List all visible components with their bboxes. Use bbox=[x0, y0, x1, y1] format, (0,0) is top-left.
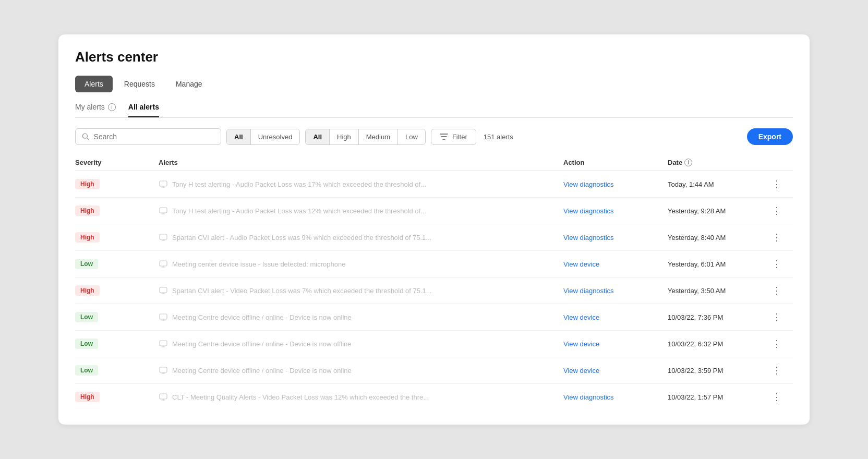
severity-cell: Low bbox=[75, 339, 159, 349]
alert-device-icon bbox=[159, 259, 168, 269]
svg-rect-23 bbox=[160, 341, 167, 346]
subtab-my-alerts[interactable]: My alerts i bbox=[75, 103, 116, 117]
filter-medium[interactable]: Medium bbox=[359, 129, 398, 144]
svg-rect-14 bbox=[160, 261, 167, 266]
tab-requests[interactable]: Requests bbox=[115, 76, 164, 92]
filter-icon bbox=[440, 133, 448, 140]
action-link[interactable]: View diagnostics bbox=[563, 234, 614, 241]
page-title: Alerts center bbox=[75, 49, 793, 65]
svg-rect-8 bbox=[160, 208, 167, 213]
subtab-all-alerts[interactable]: All alerts bbox=[128, 103, 159, 117]
export-button[interactable]: Export bbox=[747, 128, 793, 145]
more-options-cell: ⋮ bbox=[772, 311, 793, 323]
action-cell: View device bbox=[563, 312, 668, 322]
table-row: High CLT - Meeting Quality Alerts - Vide… bbox=[75, 384, 793, 410]
more-options-button[interactable]: ⋮ bbox=[772, 311, 781, 323]
severity-badge: High bbox=[75, 232, 100, 243]
table-row: High Tony H test alerting - Audio Packet… bbox=[75, 198, 793, 224]
more-options-button[interactable]: ⋮ bbox=[772, 178, 781, 190]
action-cell: View device bbox=[563, 259, 668, 269]
more-options-button[interactable]: ⋮ bbox=[772, 365, 781, 376]
action-cell: View diagnostics bbox=[563, 286, 668, 295]
filter-unresolved[interactable]: Unresolved bbox=[251, 129, 300, 144]
date-cell: 10/03/22, 7:36 PM bbox=[668, 313, 772, 321]
more-options-button[interactable]: ⋮ bbox=[772, 232, 781, 243]
date-cell: 10/03/22, 6:32 PM bbox=[668, 340, 772, 348]
table-header: Severity Alerts Action Date i bbox=[75, 154, 793, 171]
col-severity: Severity bbox=[75, 159, 159, 166]
status-filter-group: All Unresolved bbox=[226, 129, 300, 145]
table-row: Low Meeting Centre device offline / onli… bbox=[75, 331, 793, 357]
col-options bbox=[772, 159, 793, 166]
more-options-cell: ⋮ bbox=[772, 178, 793, 190]
alerts-center-card: Alerts center Alerts Requests Manage My … bbox=[58, 34, 810, 425]
filter-low[interactable]: Low bbox=[398, 129, 425, 144]
alert-device-icon bbox=[159, 392, 168, 402]
col-alerts: Alerts bbox=[159, 159, 563, 166]
alert-device-icon bbox=[159, 312, 168, 322]
more-options-cell: ⋮ bbox=[772, 365, 793, 376]
action-link[interactable]: View device bbox=[563, 313, 599, 321]
table-row: High Tony H test alerting - Audio Packet… bbox=[75, 171, 793, 198]
table-row: High Spartan CVI alert - Audio Packet Lo… bbox=[75, 224, 793, 251]
severity-badge: Low bbox=[75, 339, 98, 349]
severity-cell: Low bbox=[75, 259, 159, 269]
severity-badge: Low bbox=[75, 312, 98, 322]
alert-text-cell: Meeting center device issue - Issue dete… bbox=[159, 259, 563, 269]
action-cell: View device bbox=[563, 366, 668, 375]
table-row: Low Meeting Centre device offline / onli… bbox=[75, 304, 793, 331]
severity-badge: High bbox=[75, 285, 100, 296]
severity-badge: Low bbox=[75, 259, 98, 269]
action-cell: View diagnostics bbox=[563, 392, 668, 402]
action-link[interactable]: View diagnostics bbox=[563, 207, 614, 215]
alert-device-icon bbox=[159, 179, 168, 189]
more-options-button[interactable]: ⋮ bbox=[772, 338, 781, 349]
search-icon bbox=[82, 132, 90, 141]
table-body: High Tony H test alerting - Audio Packet… bbox=[75, 171, 793, 410]
filter-advanced-btn[interactable]: Filter bbox=[431, 129, 476, 145]
action-link[interactable]: View diagnostics bbox=[563, 180, 614, 188]
action-link[interactable]: View device bbox=[563, 340, 599, 348]
sub-tabs: My alerts i All alerts bbox=[75, 103, 793, 118]
more-options-button[interactable]: ⋮ bbox=[772, 205, 781, 216]
severity-cell: High bbox=[75, 232, 159, 243]
filter-high[interactable]: High bbox=[330, 129, 359, 144]
date-cell: Today, 1:44 AM bbox=[668, 180, 772, 188]
svg-rect-17 bbox=[160, 287, 167, 293]
filter-label: Filter bbox=[452, 133, 467, 141]
col-action: Action bbox=[563, 159, 668, 166]
date-info-icon: i bbox=[684, 159, 692, 166]
action-cell: View diagnostics bbox=[563, 179, 668, 189]
severity-cell: Low bbox=[75, 312, 159, 322]
action-link[interactable]: View device bbox=[563, 367, 599, 375]
more-options-button[interactable]: ⋮ bbox=[772, 391, 781, 403]
severity-cell: High bbox=[75, 285, 159, 296]
severity-badge: High bbox=[75, 179, 100, 189]
filter-all-status[interactable]: All bbox=[227, 129, 251, 144]
alert-text-cell: Tony H test alerting - Audio Packet Loss… bbox=[159, 206, 563, 215]
alert-device-icon bbox=[159, 233, 168, 242]
svg-rect-29 bbox=[160, 394, 167, 399]
tab-manage[interactable]: Manage bbox=[166, 76, 212, 92]
date-cell: Yesterday, 3:50 AM bbox=[668, 287, 772, 295]
more-options-cell: ⋮ bbox=[772, 232, 793, 243]
action-cell: View device bbox=[563, 339, 668, 348]
table-row: Low Meeting center device issue - Issue … bbox=[75, 251, 793, 277]
more-options-cell: ⋮ bbox=[772, 391, 793, 403]
alerts-count: 151 alerts bbox=[484, 133, 513, 141]
alert-text-cell: Spartan CVI alert - Video Packet Loss wa… bbox=[159, 286, 563, 295]
action-link[interactable]: View diagnostics bbox=[563, 287, 614, 295]
more-options-button[interactable]: ⋮ bbox=[772, 285, 781, 296]
severity-cell: High bbox=[75, 179, 159, 189]
search-input[interactable] bbox=[94, 132, 214, 141]
action-link[interactable]: View device bbox=[563, 260, 599, 268]
tab-alerts[interactable]: Alerts bbox=[75, 76, 113, 92]
search-box[interactable] bbox=[75, 128, 221, 145]
action-link[interactable]: View diagnostics bbox=[563, 393, 614, 401]
severity-cell: High bbox=[75, 392, 159, 402]
more-options-button[interactable]: ⋮ bbox=[772, 258, 781, 270]
alert-text-cell: Meeting Centre device offline / online -… bbox=[159, 312, 563, 322]
filter-all-severity[interactable]: All bbox=[306, 129, 330, 144]
alert-device-icon bbox=[159, 366, 168, 375]
more-options-cell: ⋮ bbox=[772, 258, 793, 270]
